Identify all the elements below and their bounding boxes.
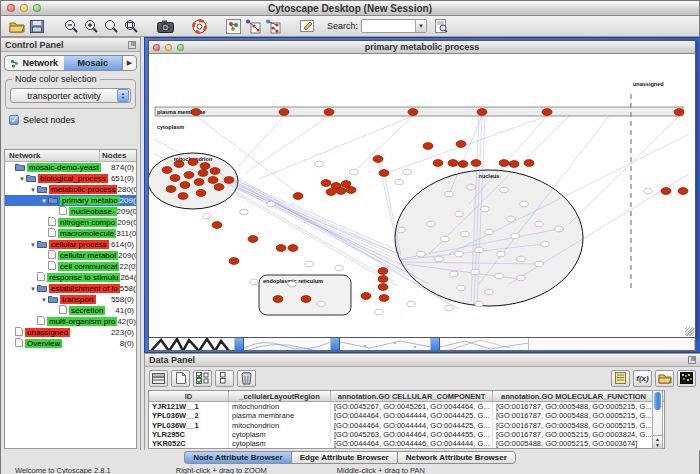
network-node-selected-color[interactable] [379,170,389,177]
network-node-selected-color[interactable] [214,184,224,191]
network-node-unselected[interactable] [535,261,543,267]
network-node-selected-color[interactable] [678,188,688,195]
network-node-selected-color[interactable] [456,141,466,148]
column-header-id[interactable]: ID [149,391,229,401]
tree-item-unassigned[interactable]: unassigned223(0) [5,327,136,338]
node-color-attribute-select[interactable]: transporter activity ▲▼ [10,88,131,103]
network-node-selected-color[interactable] [184,172,194,179]
network-node-selected-color[interactable] [524,160,534,167]
background-window-thumbnail[interactable] [149,338,235,350]
search-dropdown-arrow-icon[interactable]: ▼ [415,20,426,32]
tab-edge-attribute-browser[interactable]: Edge Attribute Browser [291,451,397,464]
network-edge[interactable] [384,173,401,256]
tab-overflow-arrow-icon[interactable]: ▶ [122,56,136,70]
scrollbar-arrows-icon[interactable]: ▲▼ [653,435,662,448]
network-node-unselected[interactable] [511,233,519,239]
network-node-selected-color[interactable] [542,109,552,116]
network-node-selected-color[interactable] [433,160,443,167]
network-node-selected-color[interactable] [279,109,289,116]
network-node-selected-color[interactable] [458,161,468,168]
network-node-selected-color[interactable] [509,161,519,168]
network-node-selected-color[interactable] [361,293,371,300]
network-node-selected-color[interactable] [346,187,356,194]
network-node-selected-color[interactable] [341,181,351,188]
window-resize-grip[interactable] [685,327,694,336]
network-node-selected-color[interactable] [408,109,418,116]
region-plasma-membrane[interactable] [155,107,683,116]
network-node-unselected[interactable] [203,213,211,219]
network-node-unselected[interactable] [305,261,313,267]
network-node-unselected[interactable] [267,201,275,207]
help-lifesaver-icon[interactable] [189,17,209,35]
network-node-unselected[interactable] [485,289,493,295]
network-node-selected-color[interactable] [200,163,210,170]
table-row-ydr039c-1[interactable]: YDR039C__1mitochondrion[GO:0044464, GO:0… [149,448,664,449]
network-node-unselected[interactable] [541,241,549,247]
network-node-unselected[interactable] [497,251,505,257]
network-node-unselected[interactable] [555,226,563,232]
layout-network-icon-2[interactable] [263,17,283,35]
table-row-yjr121w-1[interactable]: YJR121W__1mitochondrion[GO:0045267, GO:0… [149,402,664,411]
network-node-unselected[interactable] [475,301,483,307]
network-node-selected-color[interactable] [191,109,201,116]
network-node-selected-color[interactable] [661,188,671,195]
network-node-selected-color[interactable] [178,193,188,200]
network-node-unselected[interactable] [461,231,469,237]
network-node-unselected[interactable] [457,285,465,291]
tree-col-network[interactable]: Network [5,150,100,161]
network-node-unselected[interactable] [445,191,453,197]
network-node-unselected[interactable] [315,161,323,167]
network-node-selected-color[interactable] [378,268,388,275]
table-row-ykr052c[interactable]: YKR052Ccytoplasm[GO:0044464, GO:0044446,… [149,439,664,448]
network-node-unselected[interactable] [441,236,449,242]
control-panel-float-icon[interactable] [128,41,136,49]
tree-expander-icon[interactable]: ▼ [29,242,37,248]
attribute-matrix-icon[interactable] [677,370,696,387]
tree-item-overview[interactable]: Overview8(0) [5,338,136,349]
network-node-unselected[interactable] [644,188,652,194]
column-header-annotation-go-cellular-component[interactable]: annotation.GO CELLULAR_COMPONENT [331,391,493,401]
network-node-unselected[interactable] [455,211,463,217]
network-node-unselected[interactable] [350,169,358,175]
table-mode-icon[interactable] [149,370,168,387]
network-edge[interactable] [237,188,413,278]
snapshot-camera-icon[interactable] [155,17,175,35]
network-node-selected-color[interactable] [210,168,220,175]
tab-network[interactable]: Network [5,56,64,70]
network-node-selected-color[interactable] [162,167,172,174]
network-node-unselected[interactable] [407,301,415,307]
network-node-selected-color[interactable] [674,109,684,116]
tree-item-cell-communicat[interactable]: cell communicat22(0) [5,261,136,272]
background-window-thumbnail[interactable] [331,338,431,350]
network-node-selected-color[interactable] [196,190,206,197]
network-node-selected-color[interactable] [336,188,346,195]
tab-mosaic[interactable]: Mosaic [64,56,123,70]
tree-item-nucleobase[interactable]: nucleobase-209(0) [5,206,136,217]
network-node-selected-color[interactable] [170,175,180,182]
network-node-unselected[interactable] [417,251,425,257]
network-node-unselected[interactable] [250,279,258,285]
network-node-unselected[interactable] [495,273,503,279]
scrollbar-thumb[interactable] [654,392,661,410]
zoom-window-button[interactable] [33,4,41,12]
network-node-selected-color[interactable] [301,296,311,303]
network-overview-icon[interactable] [223,17,243,35]
search-input[interactable]: ▼ [361,19,427,33]
tree-expander-icon[interactable]: ▼ [40,198,48,204]
delete-attribute-icon[interactable] [237,370,256,387]
network-node-selected-color[interactable] [273,296,283,303]
network-node-unselected[interactable] [403,169,411,175]
tree-expander-icon[interactable]: ▼ [18,176,26,182]
network-node-unselected[interactable] [507,216,515,222]
background-window-thumbnail[interactable] [235,338,331,350]
import-attributes-icon[interactable] [655,370,674,387]
network-node-selected-color[interactable] [379,295,389,302]
network-node-unselected[interactable] [535,221,543,227]
network-node-selected-color[interactable] [288,245,298,252]
tree-item-establishment-of-lo[interactable]: ▼establishment of lo558(0) [5,283,136,294]
network-node-unselected[interactable] [520,201,528,207]
network-edge[interactable] [259,116,413,179]
zoom-in-icon[interactable] [81,17,101,35]
network-node-unselected[interactable] [485,229,493,235]
network-node-selected-color[interactable] [208,177,218,184]
